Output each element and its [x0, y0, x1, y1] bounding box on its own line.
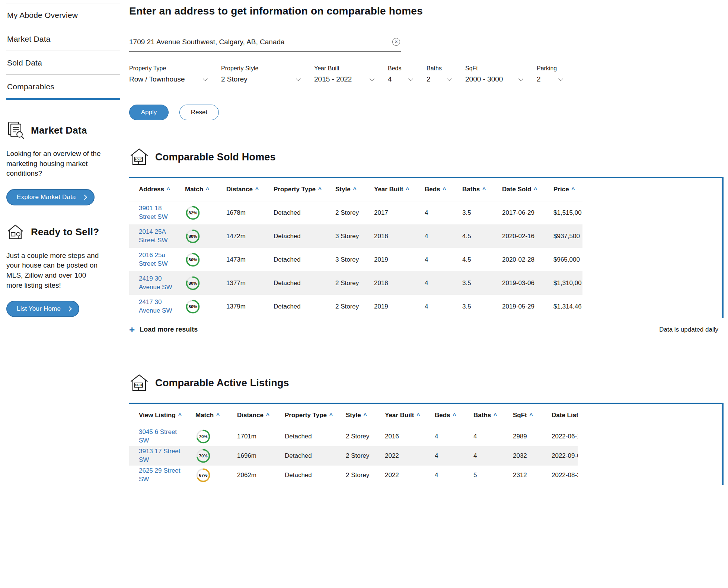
- filter-select-property-style[interactable]: 2 Storey: [221, 75, 302, 88]
- active-section-header: SALE Comparable Active Listings: [129, 373, 724, 393]
- column-header-baths[interactable]: Baths^: [462, 178, 502, 201]
- address-input[interactable]: [129, 38, 382, 46]
- listing-link[interactable]: 3045 6 Street SW: [139, 428, 177, 445]
- column-header-beds[interactable]: Beds^: [425, 178, 462, 201]
- column-header-match[interactable]: Match^: [195, 404, 237, 427]
- column-header-property-type[interactable]: Property Type^: [285, 404, 346, 427]
- column-header-baths[interactable]: Baths^: [473, 404, 513, 427]
- filter-baths: Baths2: [427, 65, 453, 88]
- filter-value: Row / Townhouse: [129, 75, 185, 83]
- filters-row: Property TypeRow / TownhouseProperty Sty…: [129, 65, 724, 88]
- filter-select-parking[interactable]: 2: [537, 75, 564, 88]
- cell-address: 3901 18 Street SW: [129, 201, 185, 224]
- cell-baths: 3.5: [462, 295, 502, 318]
- column-header-match[interactable]: Match^: [185, 178, 226, 201]
- column-header-style[interactable]: Style^: [335, 178, 374, 201]
- table-row: 2016 25a Street SW80%1473mDetached3 Stor…: [129, 248, 582, 271]
- filter-select-property-type[interactable]: Row / Townhouse: [129, 75, 209, 88]
- column-header-distance[interactable]: Distance^: [226, 178, 274, 201]
- filter-value: 2: [537, 75, 541, 83]
- sidebar-item-my-ab-de-overview[interactable]: My Abōde Overview: [6, 3, 120, 27]
- data-updated-note: Data is updated daily: [659, 326, 718, 333]
- cell-style: 2 Storey: [335, 295, 374, 318]
- listing-link[interactable]: 2419 30 Avenue SW: [139, 275, 172, 292]
- ready-to-sell-card-header: Ready to Sell?: [6, 223, 120, 242]
- cell-match: 82%: [185, 201, 226, 224]
- table-row: 3913 17 Street SW70%1696mDetached2 Store…: [129, 446, 578, 466]
- cell-date-listed: 2022-08-2: [552, 466, 578, 485]
- list-your-home-button[interactable]: List Your Home: [6, 301, 79, 317]
- column-header-sqft[interactable]: SqFt^: [513, 404, 552, 427]
- column-label: Match: [195, 412, 214, 419]
- column-label: Date Listed: [552, 412, 578, 419]
- chevron-down-icon: [296, 76, 301, 81]
- ready-to-sell-card-title: Ready to Sell?: [31, 226, 99, 238]
- match-percent: 67%: [199, 473, 207, 477]
- column-label: Beds: [425, 186, 440, 193]
- sort-caret-icon: ^: [266, 412, 269, 418]
- sold-sign-label: SOLD: [135, 158, 143, 161]
- cell-address: 2419 30 Avenue SW: [129, 271, 185, 295]
- page: My Abōde OverviewMarket DataSold DataCom…: [0, 0, 728, 588]
- listing-link[interactable]: 2625 29 Street SW: [139, 467, 181, 484]
- table-row: 3901 18 Street SW82%1678mDetached2 Store…: [129, 201, 582, 224]
- column-header-beds[interactable]: Beds^: [435, 404, 473, 427]
- sidebar-item-sold-data[interactable]: Sold Data: [6, 51, 120, 75]
- filter-select-baths[interactable]: 2: [427, 75, 453, 88]
- sort-caret-icon: ^: [318, 186, 322, 192]
- filter-label: Property Type: [129, 65, 209, 72]
- cell-style: 3 Storey: [335, 248, 374, 271]
- listing-link[interactable]: 2014 25A Street SW: [139, 228, 167, 245]
- sidebar-item-comparables[interactable]: Comparables: [6, 75, 120, 100]
- filter-select-beds[interactable]: 4: [388, 75, 414, 88]
- column-header-address[interactable]: Address^: [129, 178, 185, 201]
- apply-button[interactable]: Apply: [129, 105, 169, 120]
- filter-label: Property Style: [221, 65, 302, 72]
- market-data-card-title: Market Data: [31, 125, 87, 136]
- filter-select-year-built[interactable]: 2015 - 2022: [314, 75, 376, 88]
- cell-beds: 4: [425, 248, 462, 271]
- load-more-button[interactable]: + Load more results: [129, 326, 198, 333]
- column-header-distance[interactable]: Distance^: [237, 404, 285, 427]
- column-header-date-sold[interactable]: Date Sold^: [502, 178, 553, 201]
- table-row: 2014 25A Street SW80%1472mDetached3 Stor…: [129, 224, 582, 248]
- cell-baths: 5: [473, 466, 513, 485]
- sort-caret-icon: ^: [572, 186, 575, 192]
- cell-date-sold: 2020-02-28: [502, 248, 553, 271]
- market-data-icon: [6, 121, 26, 140]
- cell-beds: 4: [425, 201, 462, 224]
- listing-link[interactable]: 2016 25a Street SW: [139, 251, 167, 268]
- column-header-view-listing[interactable]: View Listing^: [129, 404, 195, 427]
- sidebar-item-market-data[interactable]: Market Data: [6, 27, 120, 51]
- table-row: 2625 29 Street SW67%2062mDetached2 Store…: [129, 466, 578, 485]
- filter-property-type: Property TypeRow / Townhouse: [129, 65, 209, 88]
- cell-address: 2625 29 Street SW: [129, 466, 195, 485]
- cell-match: 70%: [195, 427, 237, 446]
- filter-select-sqft[interactable]: 2000 - 3000: [465, 75, 524, 88]
- clear-address-icon[interactable]: ✕: [392, 38, 400, 46]
- match-percent: 80%: [188, 304, 197, 309]
- match-percent: 70%: [199, 454, 207, 458]
- column-header-date-listed[interactable]: Date Listed^: [552, 404, 578, 427]
- cell-baths: 4.5: [462, 248, 502, 271]
- cell-style: 2 Storey: [346, 466, 385, 485]
- column-header-style[interactable]: Style^: [346, 404, 385, 427]
- match-percent: 82%: [188, 211, 197, 215]
- market-data-card-body: Looking for an overview of the marketing…: [6, 149, 104, 179]
- sale-home-icon: SALE: [129, 373, 149, 393]
- column-header-year-built[interactable]: Year Built^: [385, 404, 435, 427]
- explore-market-data-button[interactable]: Explore Market Data: [6, 189, 95, 205]
- reset-button[interactable]: Reset: [179, 105, 219, 120]
- cell-date-listed: 2022-09-0: [552, 446, 578, 466]
- column-header-property-type[interactable]: Property Type^: [274, 178, 335, 201]
- listing-link[interactable]: 3901 18 Street SW: [139, 204, 167, 221]
- cell-match: 70%: [195, 446, 237, 466]
- chevron-right-icon: [67, 306, 72, 311]
- plus-icon: +: [129, 326, 135, 333]
- listing-link[interactable]: 2417 30 Avenue SW: [139, 298, 172, 315]
- cell-date-sold: 2020-02-16: [502, 224, 553, 248]
- cell-distance: 1377m: [226, 271, 274, 295]
- listing-link[interactable]: 3913 17 Street SW: [139, 447, 181, 464]
- column-header-year-built[interactable]: Year Built^: [374, 178, 425, 201]
- column-header-price[interactable]: Price^: [553, 178, 582, 201]
